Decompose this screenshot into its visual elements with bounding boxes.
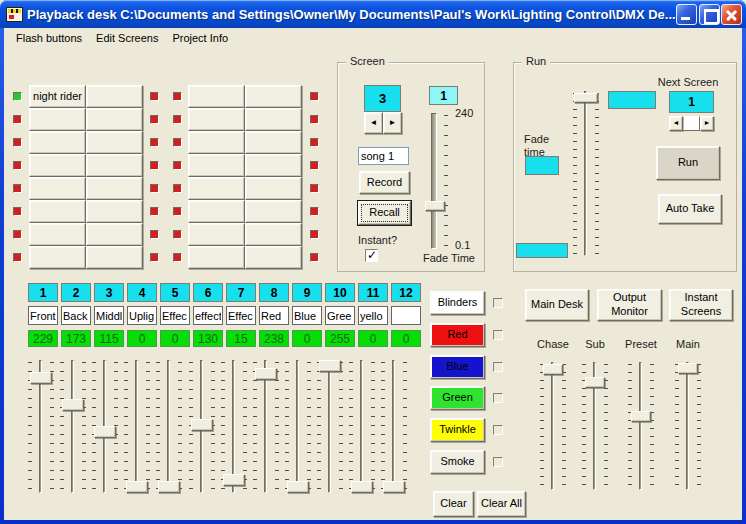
menu-item-flash-buttons[interactable]: Flash buttons: [9, 30, 89, 46]
channel-name-input[interactable]: [127, 306, 157, 325]
run-fade-slider[interactable]: [571, 91, 601, 256]
flash-button[interactable]: [29, 177, 86, 200]
channel-name-input[interactable]: [193, 306, 223, 325]
flash-button[interactable]: [86, 154, 143, 177]
minimize-button[interactable]: [676, 4, 697, 25]
effect-checkbox[interactable]: [493, 393, 503, 403]
flash-button[interactable]: [188, 131, 245, 154]
flash-button[interactable]: [86, 223, 143, 246]
channel-fader[interactable]: [315, 360, 345, 493]
slider-thumb[interactable]: [255, 368, 277, 380]
slider-thumb[interactable]: [585, 377, 605, 388]
flash-button[interactable]: [188, 108, 245, 131]
flash-button[interactable]: [29, 108, 86, 131]
close-button[interactable]: [721, 4, 742, 25]
channel-fader[interactable]: [283, 360, 313, 493]
next-screen-prev-button[interactable]: ◄: [669, 116, 683, 131]
slider-thumb[interactable]: [678, 363, 698, 374]
record-button[interactable]: Record: [359, 171, 410, 194]
slider-thumb[interactable]: [574, 93, 598, 103]
panel-button-main-desk[interactable]: Main Desk: [525, 289, 589, 321]
auto-take-button[interactable]: Auto Take: [658, 194, 722, 224]
flash-button[interactable]: [29, 223, 86, 246]
channel-name-input[interactable]: [292, 306, 322, 325]
slider-thumb[interactable]: [223, 474, 245, 486]
flash-button[interactable]: [188, 200, 245, 223]
effect-checkbox[interactable]: [493, 298, 503, 308]
flash-button[interactable]: [188, 85, 245, 108]
channel-fader[interactable]: [219, 360, 249, 493]
flash-button[interactable]: [245, 223, 302, 246]
slider-thumb[interactable]: [631, 411, 651, 422]
flash-button[interactable]: [86, 200, 143, 223]
flash-button[interactable]: [86, 131, 143, 154]
flash-button[interactable]: [29, 246, 86, 269]
effect-button-twinkle[interactable]: Twinkle: [430, 418, 485, 442]
slider-thumb[interactable]: [94, 426, 116, 438]
channel-name-input[interactable]: [28, 306, 58, 325]
channel-name-input[interactable]: [259, 306, 289, 325]
channel-fader[interactable]: [187, 360, 217, 493]
effect-checkbox[interactable]: [493, 425, 503, 435]
effect-button-blinders[interactable]: Blinders: [430, 291, 485, 315]
flash-button[interactable]: [245, 177, 302, 200]
effect-button-green[interactable]: Green: [430, 386, 485, 410]
effect-checkbox[interactable]: [493, 362, 503, 372]
screen-next-button[interactable]: ►: [383, 112, 402, 134]
panel-button-instant-screens[interactable]: Instant Screens: [669, 289, 733, 321]
effect-button-red[interactable]: Red: [430, 323, 485, 347]
main-slider[interactable]: [673, 362, 703, 490]
slider-thumb[interactable]: [126, 481, 148, 493]
instant-checkbox[interactable]: [365, 249, 378, 262]
flash-button[interactable]: [245, 131, 302, 154]
channel-name-input[interactable]: [160, 306, 190, 325]
flash-button[interactable]: [86, 85, 143, 108]
channel-name-input[interactable]: [358, 306, 388, 325]
channel-fader[interactable]: [26, 360, 56, 493]
channel-name-input[interactable]: [325, 306, 355, 325]
run-button[interactable]: Run: [656, 146, 720, 180]
flash-button[interactable]: [188, 246, 245, 269]
maximize-button[interactable]: [699, 4, 720, 25]
next-screen-spinner-thumb[interactable]: [683, 116, 700, 131]
flash-button[interactable]: [245, 108, 302, 131]
effect-checkbox[interactable]: [493, 330, 503, 340]
slider-thumb[interactable]: [62, 399, 84, 411]
flash-button[interactable]: [86, 108, 143, 131]
chase-slider[interactable]: [538, 362, 568, 490]
channel-name-input[interactable]: [94, 306, 124, 325]
flash-button[interactable]: [245, 85, 302, 108]
channel-fader[interactable]: [379, 360, 409, 493]
flash-button[interactable]: night rider: [29, 85, 86, 108]
flash-button[interactable]: [188, 177, 245, 200]
clear-button[interactable]: Clear: [433, 491, 474, 517]
flash-button[interactable]: [86, 177, 143, 200]
slider-thumb[interactable]: [543, 364, 563, 375]
flash-button[interactable]: [188, 223, 245, 246]
slider-thumb[interactable]: [319, 360, 341, 372]
screen-prev-button[interactable]: ◄: [364, 112, 383, 134]
slider-thumb[interactable]: [383, 481, 405, 493]
flash-button[interactable]: [245, 200, 302, 223]
flash-button[interactable]: [245, 246, 302, 269]
slider-thumb[interactable]: [191, 419, 213, 431]
song-name-input[interactable]: [358, 147, 409, 165]
channel-fader[interactable]: [90, 360, 120, 493]
channel-fader[interactable]: [58, 360, 88, 493]
effect-checkbox[interactable]: [493, 457, 503, 467]
channel-name-input[interactable]: [61, 306, 91, 325]
menu-item-edit-screens[interactable]: Edit Screens: [89, 30, 165, 46]
flash-button[interactable]: [188, 154, 245, 177]
channel-fader[interactable]: [122, 360, 152, 493]
slider-thumb[interactable]: [30, 372, 52, 384]
fade-time-slider[interactable]: [420, 113, 450, 249]
flash-button[interactable]: [86, 246, 143, 269]
menu-item-project-info[interactable]: Project Info: [165, 30, 235, 46]
slider-thumb[interactable]: [158, 481, 180, 493]
channel-name-input[interactable]: [391, 306, 421, 325]
panel-button-output-monitor[interactable]: Output Monitor: [597, 289, 662, 321]
channel-fader[interactable]: [347, 360, 377, 493]
channel-name-input[interactable]: [226, 306, 256, 325]
flash-button[interactable]: [29, 200, 86, 223]
preset-slider[interactable]: [626, 362, 656, 490]
